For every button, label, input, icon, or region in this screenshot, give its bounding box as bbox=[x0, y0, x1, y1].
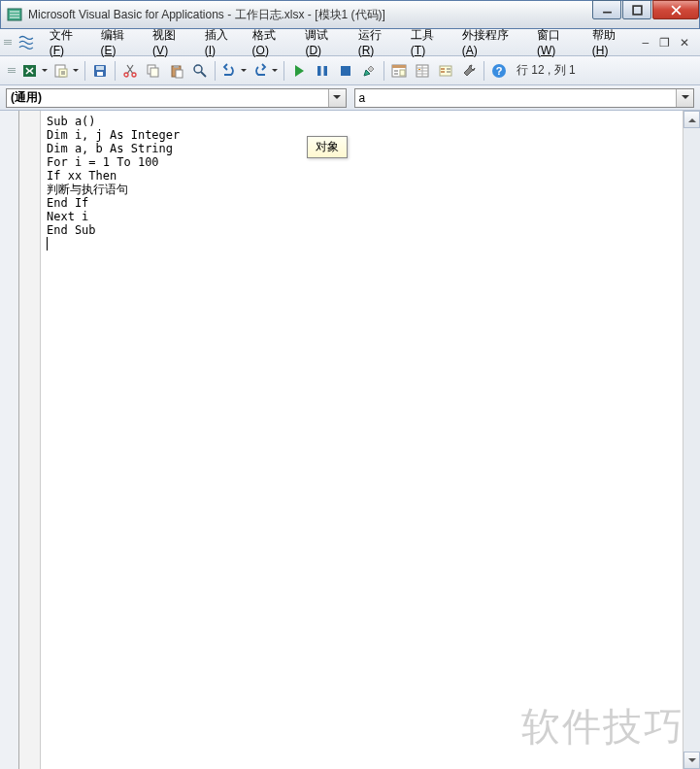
code-content[interactable]: Sub a() Dim i, j As Integer Dim a, b As … bbox=[47, 115, 180, 237]
code-editor-container: Sub a() Dim i, j As Integer Dim a, b As … bbox=[0, 111, 700, 769]
menubar-grip[interactable] bbox=[4, 33, 12, 52]
menu-help[interactable]: 帮助(H) bbox=[585, 23, 638, 61]
svg-rect-20 bbox=[392, 65, 406, 68]
menu-window[interactable]: 窗口(W) bbox=[530, 23, 585, 61]
object-combobox[interactable]: (通用) bbox=[6, 88, 347, 108]
svg-rect-23 bbox=[418, 69, 420, 70]
window-controls bbox=[592, 0, 699, 21]
code-editor[interactable]: Sub a() Dim i, j As Integer Dim a, b As … bbox=[19, 111, 683, 769]
minimize-button[interactable] bbox=[592, 0, 621, 19]
properties-button[interactable] bbox=[411, 59, 434, 83]
scroll-up-button[interactable] bbox=[683, 111, 700, 128]
reset-button[interactable] bbox=[334, 59, 357, 83]
menu-run[interactable]: 运行(R) bbox=[351, 23, 404, 61]
menu-view[interactable]: 视图(V) bbox=[146, 23, 198, 61]
menu-edit[interactable]: 编辑(E) bbox=[94, 23, 147, 61]
mdi-controls: – ❐ ✕ bbox=[638, 36, 700, 50]
chevron-down-icon[interactable] bbox=[328, 89, 346, 107]
close-button[interactable] bbox=[652, 0, 699, 19]
svg-rect-21 bbox=[400, 70, 405, 76]
cut-button[interactable] bbox=[118, 59, 142, 83]
paste-button[interactable] bbox=[165, 59, 188, 83]
undo-button[interactable] bbox=[218, 59, 250, 83]
redo-button[interactable] bbox=[250, 59, 281, 83]
toolbar-grip[interactable] bbox=[8, 61, 16, 81]
svg-rect-16 bbox=[317, 66, 321, 76]
vba-logo-icon bbox=[17, 34, 35, 51]
object-procedure-row: (通用) a bbox=[0, 85, 700, 111]
menu-tools[interactable]: 工具(T) bbox=[404, 23, 455, 61]
svg-rect-13 bbox=[174, 65, 179, 68]
app-icon bbox=[7, 7, 22, 22]
cursor-position-label: 行 12 , 列 1 bbox=[511, 62, 576, 79]
save-button[interactable] bbox=[88, 59, 112, 83]
mdi-restore-button[interactable]: ❐ bbox=[657, 36, 673, 50]
svg-point-8 bbox=[124, 73, 128, 77]
menu-addins[interactable]: 外接程序(A) bbox=[455, 23, 530, 61]
svg-rect-18 bbox=[341, 66, 350, 76]
svg-text:?: ? bbox=[496, 65, 503, 77]
menu-file[interactable]: 文件(F) bbox=[43, 23, 94, 61]
object-combo-value: (通用) bbox=[11, 89, 42, 106]
break-button[interactable] bbox=[311, 59, 334, 83]
scroll-track[interactable] bbox=[683, 128, 700, 752]
object-browser-button[interactable] bbox=[434, 59, 457, 83]
svg-rect-25 bbox=[441, 68, 445, 70]
svg-rect-17 bbox=[324, 66, 328, 76]
scroll-down-button[interactable] bbox=[683, 752, 700, 769]
procedure-combobox[interactable]: a bbox=[354, 88, 695, 108]
left-panel-collapsed[interactable] bbox=[0, 111, 19, 769]
window-title: Microsoft Visual Basic for Applications … bbox=[28, 7, 592, 23]
design-mode-button[interactable] bbox=[357, 59, 381, 83]
tooltip: 对象 bbox=[307, 136, 348, 158]
chevron-down-icon[interactable] bbox=[676, 89, 693, 107]
code-margin bbox=[19, 111, 41, 769]
menu-insert[interactable]: 插入(I) bbox=[198, 23, 246, 61]
svg-point-15 bbox=[194, 65, 202, 73]
toolbox-button[interactable] bbox=[457, 59, 481, 83]
copy-button[interactable] bbox=[142, 59, 165, 83]
menu-format[interactable]: 格式(O) bbox=[246, 23, 299, 61]
vertical-scrollbar[interactable] bbox=[683, 111, 700, 769]
svg-rect-26 bbox=[441, 71, 445, 73]
mdi-close-button[interactable]: ✕ bbox=[677, 36, 692, 50]
svg-rect-14 bbox=[176, 70, 183, 78]
svg-rect-6 bbox=[96, 66, 104, 70]
view-excel-button[interactable] bbox=[19, 59, 50, 83]
svg-rect-11 bbox=[150, 68, 158, 77]
svg-rect-7 bbox=[97, 72, 103, 76]
project-explorer-button[interactable] bbox=[387, 59, 411, 83]
menu-bar: 文件(F) 编辑(E) 视图(V) 插入(I) 格式(O) 调试(D) 运行(R… bbox=[0, 29, 700, 56]
text-cursor bbox=[47, 237, 48, 251]
procedure-combo-value: a bbox=[359, 91, 366, 105]
insert-module-button[interactable] bbox=[50, 59, 82, 83]
svg-rect-4 bbox=[59, 69, 67, 77]
svg-point-9 bbox=[132, 73, 136, 77]
mdi-minimize-button[interactable]: – bbox=[638, 36, 653, 50]
find-button[interactable] bbox=[188, 59, 212, 83]
menu-debug[interactable]: 调试(D) bbox=[298, 23, 350, 61]
maximize-button[interactable] bbox=[622, 0, 651, 19]
run-button[interactable] bbox=[287, 59, 311, 83]
help-button[interactable]: ? bbox=[487, 59, 511, 83]
svg-rect-1 bbox=[633, 6, 642, 15]
